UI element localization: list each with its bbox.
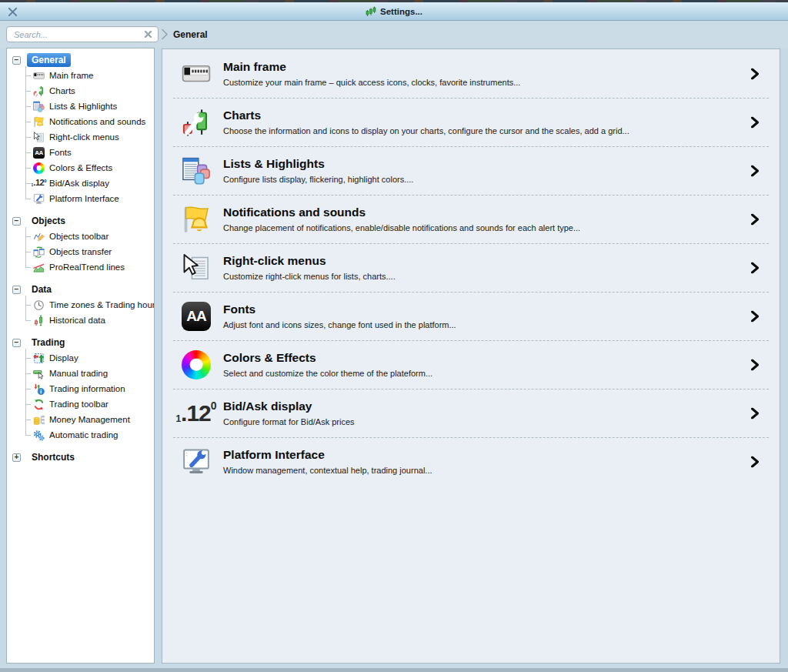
settings-row-fonts[interactable]: AAFontsAdjust font and icons sizes, chan…	[162, 292, 780, 340]
sidebar-group-label[interactable]: Trading	[27, 336, 69, 349]
sidebar-item-charts[interactable]: Charts	[25, 83, 151, 99]
sidebar-item-label: ProRealTrend lines	[49, 262, 125, 272]
settings-row-charts[interactable]: ChartsChoose the information and icons t…	[162, 98, 780, 146]
sidebar-group-trading[interactable]: −Trading	[12, 335, 151, 350]
settings-row-title: Right-click menus	[223, 254, 396, 268]
settings-row-title: Platform Interface	[223, 448, 432, 462]
trading-information-icon	[33, 383, 45, 395]
settings-row-icon-wrap	[179, 252, 213, 284]
candlestick-chart-icon	[366, 6, 376, 17]
objects-toolbar-icon	[33, 231, 45, 242]
sidebar-item-trading-toolbar[interactable]: Trading toolbar	[25, 396, 151, 412]
collapse-icon[interactable]: −	[12, 286, 21, 294]
chevron-right-icon	[751, 213, 760, 225]
settings-row-description: Adjust font and icons sizes, change font…	[223, 320, 456, 329]
settings-row-right-click-menus[interactable]: Right-click menusCustomize right-click m…	[162, 243, 780, 292]
sidebar-item-label: Bid/Ask display	[49, 179, 109, 188]
sidebar-item-lists-highlights[interactable]: Lists & Highlights	[25, 99, 151, 114]
money-management-icon	[33, 414, 45, 426]
settings-row-platform-interface[interactable]: Platform InterfaceWindow management, con…	[162, 437, 780, 486]
sidebar-item-colors-effects[interactable]: Colors & Effects	[25, 160, 151, 176]
collapse-icon[interactable]: −	[12, 339, 21, 347]
sidebar-group-label[interactable]: Objects	[27, 214, 70, 228]
sidebar-group-general[interactable]: −General	[12, 52, 151, 68]
chevron-right-icon	[751, 116, 760, 128]
sidebar-item-money-management[interactable]: Money Management	[25, 412, 151, 427]
settings-row-icon-wrap: 1.120	[179, 397, 213, 430]
collapse-icon[interactable]: −	[12, 56, 21, 65]
sidebar-item-historical-data[interactable]: Historical data	[25, 313, 151, 328]
sidebar-item-right-click-menus[interactable]: Right-click menus	[25, 129, 151, 145]
chevron-right-icon	[751, 407, 760, 419]
sidebar-item-objects-toolbar[interactable]: Objects toolbar	[25, 229, 151, 244]
sidebar-item-platform-interface[interactable]: Platform Interface	[25, 191, 151, 206]
color-wheel-icon	[33, 162, 45, 174]
sidebar-item-label: Right-click menus	[49, 132, 119, 142]
settings-row-main-frame[interactable]: Main frameCustomize your main frame – qu…	[162, 49, 780, 98]
search-box[interactable]	[6, 26, 159, 42]
sidebar-group-objects[interactable]: −Objects	[12, 213, 151, 229]
clock-icon	[33, 299, 45, 311]
sidebar-group-shortcuts[interactable]: +Shortcuts	[12, 450, 151, 465]
charts-icon	[33, 85, 45, 97]
search-input[interactable]	[12, 29, 144, 40]
settings-row-description: Change placement of notifications, enabl…	[223, 223, 580, 232]
collapse-icon[interactable]: −	[12, 217, 21, 226]
close-button[interactable]	[6, 5, 18, 18]
sidebar-item-label: Historical data	[49, 316, 105, 325]
sidebar-item-label: Platform Interface	[49, 194, 119, 203]
notifications-icon	[182, 205, 211, 234]
sidebar-item-label: Notifications and sounds	[49, 117, 145, 126]
main-frame-icon	[33, 70, 45, 82]
manual-trading-icon	[33, 368, 45, 379]
main-frame-icon	[182, 59, 211, 89]
settings-row-notifications-and-sounds[interactable]: Notifications and soundsChange placement…	[162, 195, 780, 243]
right-click-menu-icon	[33, 132, 45, 143]
settings-row-bid-ask-display[interactable]: 1.120Bid/Ask displayConfigure format for…	[162, 389, 780, 437]
sidebar-item-objects-transfer[interactable]: Objects transfer	[25, 244, 151, 259]
sidebar-item-notifications-and-sounds[interactable]: Notifications and sounds	[25, 114, 151, 129]
settings-row-colors-effects[interactable]: Colors & EffectsSelect and customize the…	[162, 340, 780, 389]
window-title-area: Settings...	[366, 6, 422, 17]
sidebar-item-display[interactable]: Display	[25, 350, 151, 366]
sidebar-item-fonts[interactable]: AAFonts	[25, 145, 151, 160]
bid-ask-icon: 1.120	[33, 178, 45, 189]
settings-row-icon-wrap	[179, 58, 213, 90]
sidebar-item-trading-information[interactable]: Trading information	[25, 381, 151, 396]
settings-row-description: Choose the information and icons to disp…	[223, 126, 629, 135]
settings-row-description: Configure lists display, flickering, hig…	[223, 175, 413, 184]
settings-row-title: Colors & Effects	[223, 351, 432, 365]
settings-row-title: Charts	[223, 109, 629, 122]
sidebar-item-bid-ask-display[interactable]: 1.120Bid/Ask display	[25, 176, 151, 191]
sidebar-item-label: Trading information	[49, 384, 125, 393]
chevron-right-icon	[751, 262, 760, 273]
sidebar-item-time-zones-trading-hours[interactable]: Time zones & Trading hours	[25, 297, 151, 313]
settings-row-lists-highlights[interactable]: Lists & HighlightsConfigure lists displa…	[162, 146, 780, 195]
sidebar-group-data[interactable]: −Data	[12, 282, 151, 297]
chevron-right-icon	[751, 165, 760, 176]
breadcrumb[interactable]: General	[161, 21, 208, 48]
clear-search-icon[interactable]	[144, 30, 152, 38]
sidebar-item-label: Charts	[49, 86, 75, 95]
sidebar-item-main-frame[interactable]: Main frame	[25, 68, 151, 83]
settings-row-title: Bid/Ask display	[223, 400, 355, 413]
sidebar-item-manual-trading[interactable]: Manual trading	[25, 366, 151, 381]
settings-row-description: Customize your main frame – quick access…	[223, 78, 520, 87]
charts-icon	[182, 108, 211, 137]
objects-transfer-icon	[33, 246, 45, 258]
fonts-icon: AA	[182, 302, 211, 331]
sidebar-item-prorealtrend-lines[interactable]: ProRealTrend lines	[25, 259, 151, 275]
sidebar-group-label[interactable]: Data	[27, 283, 56, 296]
settings-row-icon-wrap	[179, 349, 213, 381]
trading-display-icon	[33, 353, 45, 364]
breadcrumb-label: General	[173, 29, 208, 40]
settings-row-icon-wrap	[179, 155, 213, 187]
settings-row-icon-wrap: AA	[179, 300, 213, 333]
sidebar-item-label: Time zones & Trading hours	[49, 300, 155, 309]
sidebar-item-label: Money Management	[49, 415, 130, 424]
expand-icon[interactable]: +	[12, 453, 21, 462]
sidebar-item-automatic-trading[interactable]: Automatic trading	[25, 427, 151, 443]
sidebar-group-label[interactable]: Shortcuts	[27, 450, 79, 464]
sidebar-group-label[interactable]: General	[27, 53, 71, 67]
settings-row-description: Customize right-click menus for lists, c…	[223, 272, 396, 281]
